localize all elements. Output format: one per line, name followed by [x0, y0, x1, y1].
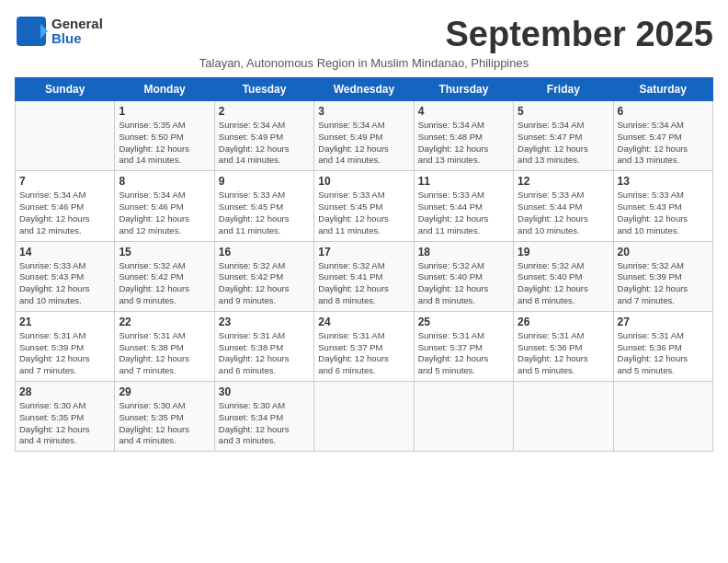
- day-info: Sunrise: 5:32 AM Sunset: 5:40 PM Dayligh…: [518, 260, 609, 307]
- day-number: 13: [618, 175, 709, 188]
- day-number: 14: [19, 246, 110, 259]
- day-info: Sunrise: 5:30 AM Sunset: 5:34 PM Dayligh…: [219, 400, 310, 447]
- weekday-header-sunday: Sunday: [16, 78, 115, 101]
- calendar-cell: 18Sunrise: 5:32 AM Sunset: 5:40 PM Dayli…: [414, 241, 513, 311]
- calendar-cell: 24Sunrise: 5:31 AM Sunset: 5:37 PM Dayli…: [314, 311, 414, 381]
- day-number: 25: [418, 316, 509, 328]
- calendar-cell: 27Sunrise: 5:31 AM Sunset: 5:36 PM Dayli…: [613, 311, 712, 381]
- day-number: 20: [618, 246, 709, 259]
- logo-line2: Blue: [51, 31, 103, 47]
- calendar-cell: 10Sunrise: 5:33 AM Sunset: 5:45 PM Dayli…: [314, 171, 414, 241]
- logo-line1: General: [51, 17, 103, 32]
- day-info: Sunrise: 5:35 AM Sunset: 5:50 PM Dayligh…: [119, 120, 210, 167]
- day-info: Sunrise: 5:31 AM Sunset: 5:38 PM Dayligh…: [219, 330, 310, 377]
- day-info: Sunrise: 5:33 AM Sunset: 5:43 PM Dayligh…: [19, 260, 110, 307]
- day-number: 4: [418, 105, 509, 118]
- day-info: Sunrise: 5:32 AM Sunset: 5:42 PM Dayligh…: [119, 260, 210, 307]
- calendar-cell: 2Sunrise: 5:34 AM Sunset: 5:49 PM Daylig…: [214, 101, 313, 171]
- day-number: 9: [219, 175, 310, 188]
- day-number: 28: [19, 385, 110, 398]
- day-number: 7: [19, 175, 110, 188]
- day-number: 10: [318, 175, 409, 188]
- day-number: 1: [119, 105, 210, 118]
- calendar-cell: 16Sunrise: 5:32 AM Sunset: 5:42 PM Dayli…: [214, 241, 313, 311]
- calendar-cell: 17Sunrise: 5:32 AM Sunset: 5:41 PM Dayli…: [314, 241, 414, 311]
- day-info: Sunrise: 5:34 AM Sunset: 5:46 PM Dayligh…: [119, 190, 210, 236]
- day-info: Sunrise: 5:32 AM Sunset: 5:41 PM Dayligh…: [318, 260, 409, 307]
- calendar-cell: 13Sunrise: 5:33 AM Sunset: 5:43 PM Dayli…: [613, 171, 712, 241]
- calendar-cell: 8Sunrise: 5:34 AM Sunset: 5:46 PM Daylig…: [115, 171, 214, 241]
- day-info: Sunrise: 5:33 AM Sunset: 5:44 PM Dayligh…: [418, 190, 509, 236]
- day-info: Sunrise: 5:34 AM Sunset: 5:47 PM Dayligh…: [618, 120, 709, 167]
- day-number: 6: [618, 105, 709, 118]
- calendar-cell: 14Sunrise: 5:33 AM Sunset: 5:43 PM Dayli…: [16, 241, 115, 311]
- day-number: 2: [219, 105, 310, 118]
- day-info: Sunrise: 5:32 AM Sunset: 5:39 PM Dayligh…: [618, 260, 709, 307]
- calendar-cell: 15Sunrise: 5:32 AM Sunset: 5:42 PM Dayli…: [115, 241, 214, 311]
- day-number: 19: [518, 246, 609, 259]
- day-info: Sunrise: 5:31 AM Sunset: 5:36 PM Dayligh…: [618, 330, 709, 377]
- calendar-cell: 3Sunrise: 5:34 AM Sunset: 5:49 PM Daylig…: [314, 101, 414, 171]
- day-number: 22: [119, 316, 210, 328]
- day-number: 16: [219, 246, 310, 259]
- month-title: September 2025: [446, 15, 714, 54]
- day-number: 15: [119, 246, 210, 259]
- day-number: 11: [418, 175, 509, 188]
- day-info: Sunrise: 5:34 AM Sunset: 5:49 PM Dayligh…: [219, 120, 310, 167]
- calendar-cell: [613, 382, 712, 452]
- calendar-cell: 29Sunrise: 5:30 AM Sunset: 5:35 PM Dayli…: [115, 382, 214, 452]
- logo: General Blue: [15, 15, 103, 48]
- day-info: Sunrise: 5:31 AM Sunset: 5:37 PM Dayligh…: [418, 330, 509, 377]
- day-info: Sunrise: 5:31 AM Sunset: 5:38 PM Dayligh…: [119, 330, 210, 377]
- calendar-cell: 9Sunrise: 5:33 AM Sunset: 5:45 PM Daylig…: [214, 171, 313, 241]
- day-info: Sunrise: 5:31 AM Sunset: 5:36 PM Dayligh…: [518, 330, 609, 377]
- calendar-cell: [514, 382, 613, 452]
- calendar-cell: 28Sunrise: 5:30 AM Sunset: 5:35 PM Dayli…: [16, 382, 115, 452]
- day-info: Sunrise: 5:33 AM Sunset: 5:45 PM Dayligh…: [219, 190, 310, 236]
- calendar-cell: 22Sunrise: 5:31 AM Sunset: 5:38 PM Dayli…: [115, 311, 214, 381]
- calendar-cell: 25Sunrise: 5:31 AM Sunset: 5:37 PM Dayli…: [414, 311, 513, 381]
- day-info: Sunrise: 5:33 AM Sunset: 5:43 PM Dayligh…: [618, 190, 709, 236]
- calendar-cell: 1Sunrise: 5:35 AM Sunset: 5:50 PM Daylig…: [115, 101, 214, 171]
- day-info: Sunrise: 5:30 AM Sunset: 5:35 PM Dayligh…: [119, 400, 210, 447]
- calendar-cell: 12Sunrise: 5:33 AM Sunset: 5:44 PM Dayli…: [514, 171, 613, 241]
- calendar-cell: [414, 382, 513, 452]
- day-info: Sunrise: 5:30 AM Sunset: 5:35 PM Dayligh…: [19, 400, 110, 447]
- day-number: 29: [119, 385, 210, 398]
- day-info: Sunrise: 5:32 AM Sunset: 5:42 PM Dayligh…: [219, 260, 310, 307]
- day-number: 23: [219, 316, 310, 328]
- calendar-cell: 20Sunrise: 5:32 AM Sunset: 5:39 PM Dayli…: [613, 241, 712, 311]
- calendar-cell: 11Sunrise: 5:33 AM Sunset: 5:44 PM Dayli…: [414, 171, 513, 241]
- day-number: 30: [219, 385, 310, 398]
- day-info: Sunrise: 5:31 AM Sunset: 5:37 PM Dayligh…: [318, 330, 409, 377]
- day-number: 12: [518, 175, 609, 188]
- calendar-cell: 6Sunrise: 5:34 AM Sunset: 5:47 PM Daylig…: [613, 101, 712, 171]
- weekday-header-tuesday: Tuesday: [214, 78, 313, 101]
- calendar-cell: 26Sunrise: 5:31 AM Sunset: 5:36 PM Dayli…: [514, 311, 613, 381]
- day-info: Sunrise: 5:34 AM Sunset: 5:47 PM Dayligh…: [518, 120, 609, 167]
- calendar-cell: 21Sunrise: 5:31 AM Sunset: 5:39 PM Dayli…: [16, 311, 115, 381]
- weekday-header-monday: Monday: [115, 78, 214, 101]
- calendar-cell: [314, 382, 414, 452]
- logo-icon: [15, 15, 48, 48]
- day-number: 8: [119, 175, 210, 188]
- calendar-cell: 5Sunrise: 5:34 AM Sunset: 5:47 PM Daylig…: [514, 101, 613, 171]
- day-info: Sunrise: 5:34 AM Sunset: 5:48 PM Dayligh…: [418, 120, 509, 167]
- day-info: Sunrise: 5:34 AM Sunset: 5:46 PM Dayligh…: [19, 190, 110, 236]
- calendar-cell: 30Sunrise: 5:30 AM Sunset: 5:34 PM Dayli…: [214, 382, 313, 452]
- day-number: 21: [19, 316, 110, 328]
- calendar-cell: 23Sunrise: 5:31 AM Sunset: 5:38 PM Dayli…: [214, 311, 313, 381]
- day-info: Sunrise: 5:33 AM Sunset: 5:44 PM Dayligh…: [518, 190, 609, 236]
- day-number: 3: [318, 105, 409, 118]
- day-info: Sunrise: 5:31 AM Sunset: 5:39 PM Dayligh…: [19, 330, 110, 377]
- day-info: Sunrise: 5:34 AM Sunset: 5:49 PM Dayligh…: [318, 120, 409, 167]
- day-number: 24: [318, 316, 409, 328]
- weekday-header-saturday: Saturday: [613, 78, 712, 101]
- day-number: 5: [518, 105, 609, 118]
- day-number: 17: [318, 246, 409, 259]
- day-info: Sunrise: 5:32 AM Sunset: 5:40 PM Dayligh…: [418, 260, 509, 307]
- weekday-header-thursday: Thursday: [414, 78, 513, 101]
- calendar-cell: [16, 101, 115, 171]
- day-number: 26: [518, 316, 609, 328]
- calendar-cell: 4Sunrise: 5:34 AM Sunset: 5:48 PM Daylig…: [414, 101, 513, 171]
